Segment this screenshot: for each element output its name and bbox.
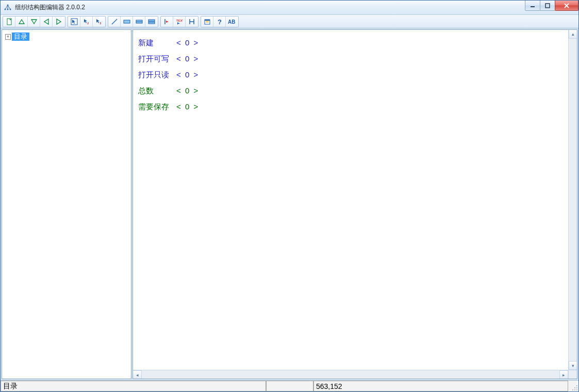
info-row-open-write: 打开可写 < 0 > [138, 53, 572, 64]
info-label: 需要保存 [138, 101, 176, 112]
svg-rect-24 [124, 20, 130, 23]
content-panel: 新建 < 0 > 打开可写 < 0 > 打开只读 < 0 > 总数 < 0 > … [133, 29, 577, 379]
text-button[interactable]: TEXT [173, 17, 186, 27]
right-button[interactable] [53, 17, 65, 27]
info-label: 打开可写 [138, 53, 176, 64]
app-icon [4, 4, 12, 12]
scroll-up-icon[interactable]: ▴ [569, 30, 577, 39]
properties-button[interactable] [201, 17, 213, 27]
svg-marker-33 [177, 22, 180, 25]
toolbar-group-3 [108, 16, 158, 27]
expand-icon[interactable] [5, 34, 11, 40]
box-2-button[interactable] [133, 17, 145, 27]
scroll-down-icon[interactable]: ▾ [569, 361, 577, 370]
new-doc-button[interactable] [3, 17, 15, 27]
ab-button[interactable]: AB [226, 17, 238, 27]
cursor-2-button[interactable]: 2 [80, 17, 93, 27]
tree-root-row[interactable]: 目录 [3, 32, 130, 41]
toolbar-group-5: ? AB [201, 16, 239, 27]
info-row-new: 新建 < 0 > [138, 37, 572, 48]
svg-marker-18 [72, 20, 75, 24]
scroll-corner [568, 370, 577, 379]
window-title: 组织结构图编辑器 2.0.0.2 [15, 3, 85, 12]
svg-marker-16 [57, 19, 61, 24]
svg-marker-31 [166, 21, 169, 23]
minimize-button[interactable] [525, 1, 540, 11]
tree-root-label[interactable]: 目录 [12, 32, 29, 41]
statusbar: 目录 563,152 [1, 380, 578, 391]
svg-rect-7 [531, 6, 535, 7]
svg-marker-15 [44, 19, 48, 24]
svg-text:2: 2 [87, 22, 89, 25]
info-value: < 0 > [176, 85, 199, 96]
svg-rect-40 [205, 20, 210, 21]
vertical-scrollbar[interactable]: ▴ ▾ [568, 30, 577, 370]
info-row-total: 总数 < 0 > [138, 85, 572, 96]
help-button[interactable]: ? [213, 17, 226, 27]
svg-marker-13 [19, 20, 24, 24]
resize-grip-icon[interactable] [568, 381, 578, 391]
svg-marker-14 [31, 20, 37, 24]
cursor-3-button[interactable]: 3 [93, 17, 105, 27]
svg-text:AB: AB [228, 19, 235, 25]
info-label: 新建 [138, 37, 176, 48]
svg-text:3: 3 [100, 22, 102, 25]
content-inner: 新建 < 0 > 打开可写 < 0 > 打开只读 < 0 > 总数 < 0 > … [133, 30, 577, 124]
hbar-button[interactable] [161, 17, 173, 27]
window-controls [525, 1, 578, 11]
toolbar-group-4: TEXT [160, 16, 198, 27]
up-button[interactable] [15, 17, 28, 27]
titlebar: 组织结构图编辑器 2.0.0.2 [1, 1, 578, 15]
scroll-track[interactable] [142, 370, 559, 379]
svg-line-23 [112, 19, 117, 24]
svg-rect-27 [148, 20, 155, 24]
scroll-left-icon[interactable]: ◂ [133, 370, 142, 379]
horizontal-scrollbar[interactable]: ◂ ▸ [133, 370, 568, 379]
tree-panel[interactable]: 目录 [2, 29, 131, 379]
box-3-button[interactable] [145, 17, 158, 27]
status-coords: 563,152 [313, 381, 568, 391]
status-left: 目录 [1, 381, 266, 391]
info-value: < 0 > [176, 101, 199, 112]
line-button[interactable] [108, 17, 121, 27]
cursor-1-button[interactable] [68, 17, 80, 27]
svg-text:TEXT: TEXT [176, 19, 183, 22]
box-1-button[interactable] [121, 17, 133, 27]
info-label: 打开只读 [138, 69, 176, 80]
toolbar: 2 3 TEXT ? [1, 15, 578, 28]
left-button[interactable] [40, 17, 53, 27]
info-value: < 0 > [176, 37, 199, 48]
info-row-need-save: 需要保存 < 0 > [138, 101, 572, 112]
info-row-open-read: 打开只读 < 0 > [138, 69, 572, 80]
toolbar-group-2: 2 3 [68, 16, 106, 27]
status-middle [266, 381, 313, 391]
svg-rect-8 [545, 4, 550, 8]
info-label: 总数 [138, 85, 176, 96]
info-value: < 0 > [176, 69, 199, 80]
scroll-track[interactable] [569, 39, 577, 361]
info-value: < 0 > [176, 53, 199, 64]
scroll-right-icon[interactable]: ▸ [559, 370, 568, 379]
toolbar-group-1 [3, 16, 65, 27]
main-area: 目录 新建 < 0 > 打开可写 < 0 > 打开只读 < 0 > 总数 < 0… [1, 28, 578, 380]
hh-button[interactable] [186, 17, 198, 27]
svg-text:?: ? [218, 18, 222, 25]
maximize-button[interactable] [540, 1, 555, 11]
close-button[interactable] [555, 1, 578, 11]
down-button[interactable] [28, 17, 40, 27]
